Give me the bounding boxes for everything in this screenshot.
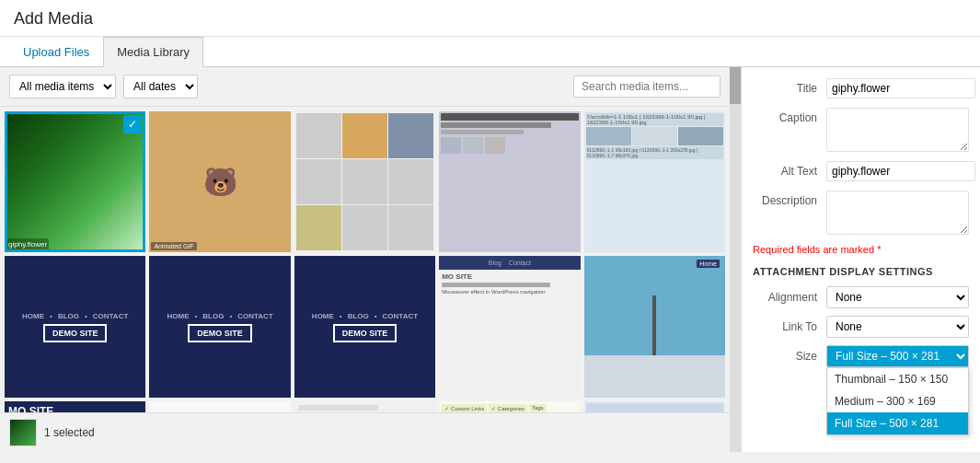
required-note: Required fields are marked * (753, 244, 969, 255)
media-sidebar: Title Caption Alt Text Description Requi… (741, 67, 980, 452)
media-item[interactable]: HOME•BLOG•CONTACT DEMO SITE (149, 256, 290, 397)
selected-checkmark: ✓ (123, 115, 142, 133)
alt-label: Alt Text (753, 161, 826, 178)
media-item[interactable]: 🐻 Animated GIF (149, 111, 290, 252)
media-search-wrap (573, 75, 721, 98)
size-dropdown-wrap: Full Size – 500 × 281 Thumbnail – 150 × … (826, 345, 969, 367)
media-item[interactable] (584, 401, 725, 412)
tab-upload-files[interactable]: Upload Files (9, 37, 103, 67)
caption-label: Caption (753, 108, 826, 124)
alignment-select[interactable]: None (826, 286, 969, 308)
size-select[interactable]: Full Size – 500 × 281 (826, 345, 969, 367)
tab-media-library[interactable]: Media Library (103, 37, 203, 67)
caption-field: Caption (753, 108, 969, 152)
media-item[interactable]: D (149, 401, 290, 412)
bear-icon: 🐻 (203, 166, 237, 198)
media-grid-wrap[interactable]: giphy.flower ✓ 🐻 Animated GIF (0, 107, 730, 412)
description-field: Description (753, 191, 969, 235)
title-label: Title (753, 78, 826, 95)
footer-thumbnail (9, 419, 37, 446)
alt-input[interactable] (826, 161, 975, 181)
scrollbar-track[interactable] (730, 67, 741, 452)
media-grid: giphy.flower ✓ 🐻 Animated GIF (5, 111, 725, 412)
media-item[interactable]: 7/scrolldir=1-1 100x1 | 1623399-1-100x1 … (584, 111, 725, 252)
media-item[interactable]: HOME•BLOG•CONTACT DEMO SITE (294, 256, 435, 397)
scrollbar-thumb[interactable] (730, 67, 741, 104)
description-label: Description (753, 191, 826, 207)
footer-selected-count: 1 selected (44, 426, 95, 439)
media-footer: 1 selected (0, 412, 730, 452)
media-item[interactable]: MO SITE (5, 401, 145, 412)
media-frame: All media items All dates giphy.flower ✓ (0, 67, 980, 452)
alignment-field: Alignment None (753, 286, 969, 308)
link-to-field: Link To None (753, 316, 969, 338)
media-item[interactable]: BlogContact MO SITE Mouseover effect in … (439, 256, 580, 397)
description-input[interactable] (826, 191, 969, 235)
media-item[interactable]: Home (584, 256, 725, 397)
size-field: Size Full Size – 500 × 281 Thumbnail – 1… (753, 345, 969, 367)
tabs-bar: Upload Files Media Library (0, 37, 980, 67)
media-item[interactable] (439, 111, 580, 252)
alt-field: Alt Text (753, 161, 969, 181)
filter-all-media[interactable]: All media items (9, 75, 116, 98)
size-option-thumbnail[interactable]: Thumbnail – 150 × 150 (827, 368, 968, 390)
add-media-title: Add Media (0, 0, 980, 37)
media-item[interactable]: ✓ Custom Links ✓ Categories Tags (439, 401, 580, 412)
size-option-full[interactable]: Full Size – 500 × 281 (827, 412, 968, 434)
alignment-label: Alignment (753, 291, 826, 304)
size-label: Size (753, 350, 826, 363)
media-item[interactable]: Page › (294, 401, 435, 412)
filter-dates[interactable]: All dates (123, 75, 198, 98)
search-input[interactable] (573, 75, 721, 98)
link-to-label: Link To (753, 320, 826, 333)
caption-input[interactable] (826, 108, 969, 152)
size-option-medium[interactable]: Medium – 300 × 169 (827, 390, 968, 412)
media-item[interactable]: HOME•BLOG•CONTACT DEMO SITE (5, 256, 145, 397)
link-to-select[interactable]: None (826, 316, 969, 338)
title-field: Title (753, 78, 969, 98)
media-item[interactable] (294, 111, 435, 252)
media-item[interactable]: giphy.flower ✓ (5, 111, 145, 252)
attachment-settings-title: ATTACHMENT DISPLAY SETTINGS (753, 266, 969, 277)
media-toolbar: All media items All dates (0, 67, 730, 107)
title-input[interactable] (826, 78, 975, 98)
media-main: All media items All dates giphy.flower ✓ (0, 67, 730, 452)
size-options-list: Thumbnail – 150 × 150 Medium – 300 × 169… (826, 367, 969, 435)
